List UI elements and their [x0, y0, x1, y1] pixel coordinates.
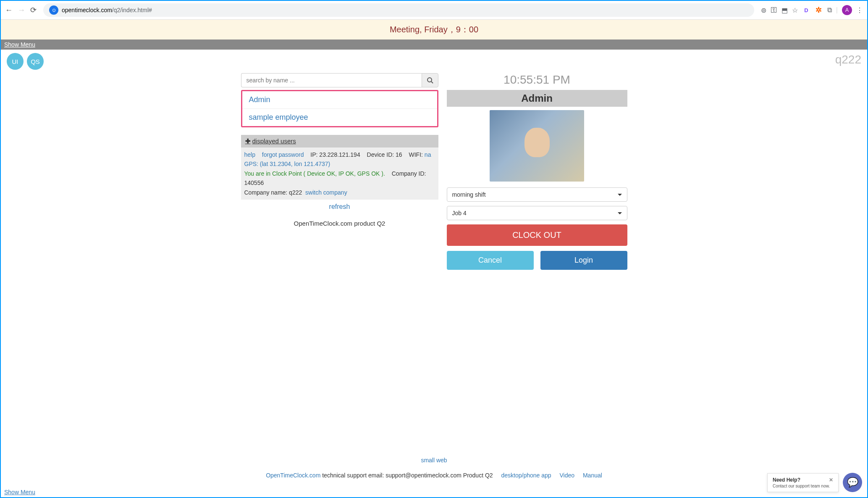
- ip-label: IP: 23.228.121.194: [310, 151, 360, 158]
- browser-toolbar: ← → ⟳ ⊙ opentimeclock.com/q2/index.html#…: [1, 1, 867, 20]
- avatar-group: UI QS: [7, 53, 44, 70]
- shift-value: morning shift: [452, 191, 486, 198]
- help-widget[interactable]: Need Help? ✕ Contact our support team no…: [767, 473, 839, 492]
- displayed-users-bar[interactable]: ✚displayed users: [241, 135, 438, 148]
- search-button[interactable]: [422, 73, 438, 87]
- product-line: OpenTimeClock.com product Q2: [241, 220, 438, 227]
- location-icon[interactable]: ⊚: [761, 6, 766, 14]
- button-row: Cancel Login: [447, 251, 627, 270]
- help-widget-subtitle: Contact our support team now.: [773, 484, 833, 488]
- gps-link[interactable]: GPS: (lat 31.2304, lon 121.4737): [244, 161, 330, 167]
- refresh-row: refresh: [241, 203, 438, 211]
- clock-time: 10:55:51 PM: [447, 73, 627, 87]
- forgot-password-link[interactable]: forgot password: [262, 151, 304, 158]
- refresh-link[interactable]: refresh: [329, 203, 350, 210]
- device-id-label: Device ID: 16: [367, 151, 402, 158]
- help-widget-title: Need Help?: [773, 477, 800, 483]
- search-group: [241, 73, 438, 87]
- clock-out-button[interactable]: CLOCK OUT: [447, 224, 627, 246]
- back-icon[interactable]: ←: [5, 6, 13, 15]
- clock-point-status: You are in Clock Point ( Device OK, IP O…: [244, 170, 385, 177]
- manual-link[interactable]: Manual: [583, 472, 602, 479]
- avatar[interactable]: UI: [7, 53, 24, 70]
- show-menu-bar-top: Show Menu: [1, 40, 867, 50]
- reload-icon[interactable]: ⟳: [30, 5, 37, 15]
- left-column: Admin sample employee ✚displayed users h…: [241, 73, 438, 270]
- url-text: opentimeclock.com/q2/index.html#: [62, 7, 152, 13]
- wifi-label: WIFI:: [409, 151, 423, 158]
- search-input[interactable]: [241, 73, 422, 87]
- chevron-down-icon: [618, 212, 622, 214]
- footer-line: OpenTimeClock.com technical support emai…: [9, 472, 859, 479]
- show-menu-bar-bottom: Show Menu: [1, 487, 867, 497]
- browser-nav: ← → ⟳: [5, 5, 37, 15]
- avatar[interactable]: QS: [27, 53, 44, 70]
- login-button[interactable]: Login: [540, 251, 627, 270]
- main-content: Admin sample employee ✚displayed users h…: [1, 73, 867, 282]
- chat-icon: 💬: [847, 477, 858, 488]
- selected-user-header: Admin: [447, 90, 627, 107]
- displayed-users-label: displayed users: [252, 137, 296, 145]
- user-list-item-sample[interactable]: sample employee: [242, 109, 437, 126]
- video-link[interactable]: Video: [560, 472, 575, 479]
- user-list: Admin sample employee: [241, 90, 438, 127]
- support-text: technical support email: support@opentim…: [320, 472, 493, 479]
- chat-bubble-button[interactable]: 💬: [843, 473, 862, 492]
- url-bar[interactable]: ⊙ opentimeclock.com/q2/index.html#: [43, 3, 754, 17]
- wifi-value-link[interactable]: na: [425, 151, 431, 158]
- close-icon[interactable]: ✕: [829, 477, 833, 483]
- key-icon[interactable]: ⚿: [771, 6, 777, 14]
- extension-d-icon[interactable]: D: [802, 6, 810, 14]
- kebab-menu-icon[interactable]: ⋮: [856, 6, 863, 14]
- search-icon: [427, 77, 433, 84]
- small-web-link[interactable]: small web: [421, 457, 447, 464]
- chevron-down-icon: [618, 194, 622, 196]
- user-list-item-admin[interactable]: Admin: [242, 91, 437, 109]
- site-icon: ⊙: [49, 5, 58, 15]
- forward-icon[interactable]: →: [18, 6, 25, 15]
- footer: small web OpenTimeClock.com technical su…: [1, 453, 867, 487]
- bookmark-icon[interactable]: ☆: [792, 6, 798, 14]
- company-name-label: Company name: q222: [244, 189, 302, 196]
- svg-point-0: [427, 78, 432, 82]
- svg-line-1: [431, 82, 433, 83]
- desktop-app-link[interactable]: desktop/phone app: [501, 472, 551, 479]
- extensions-icon[interactable]: ⧉: [827, 6, 832, 14]
- top-row: UI QS q222: [1, 50, 867, 73]
- meeting-banner: Meeting, Friday，9：00: [1, 20, 867, 40]
- help-link[interactable]: help: [244, 151, 255, 158]
- profile-icon[interactable]: A: [842, 5, 852, 15]
- job-value: Job 4: [452, 210, 467, 216]
- shift-select[interactable]: morning shift: [447, 187, 627, 202]
- show-menu-link-bottom[interactable]: Show Menu: [4, 489, 35, 495]
- switch-company-link[interactable]: switch company: [305, 189, 347, 196]
- plus-icon: ✚: [245, 137, 251, 145]
- otc-link[interactable]: OpenTimeClock.com: [266, 472, 320, 479]
- job-select[interactable]: Job 4: [447, 206, 627, 220]
- browser-actions: ⊚ ⚿ ⬒ ☆ D ✲ ⧉ | A ⋮: [761, 5, 863, 15]
- extension-bug-icon[interactable]: ✲: [815, 6, 823, 14]
- user-photo: [490, 110, 584, 182]
- info-block: help forgot password IP: 23.228.121.194 …: [241, 148, 438, 200]
- cancel-button[interactable]: Cancel: [447, 251, 534, 270]
- company-code: q222: [835, 53, 861, 66]
- show-menu-link[interactable]: Show Menu: [4, 41, 35, 48]
- right-column: 10:55:51 PM Admin morning shift Job 4 CL…: [447, 73, 627, 270]
- install-icon[interactable]: ⬒: [781, 6, 788, 14]
